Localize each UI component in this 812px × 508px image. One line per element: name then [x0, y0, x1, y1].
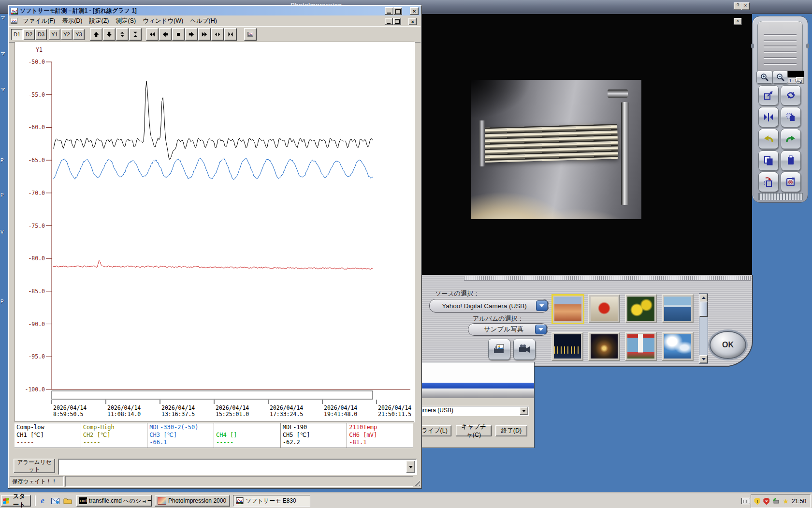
scroll-down-icon[interactable] [699, 355, 708, 363]
toolbar-d1-button[interactable]: D1 [11, 29, 23, 40]
compress-vertical-button[interactable] [129, 28, 142, 41]
actual-size-button[interactable] [796, 77, 804, 84]
fast-forward-button[interactable] [198, 28, 211, 41]
desktop-icon-label[interactable]: マ [0, 50, 5, 57]
zoom-out-button[interactable] [772, 71, 788, 84]
camera-acquire-button[interactable] [513, 339, 536, 360]
clean-delete-button[interactable] [758, 172, 779, 192]
close-icon[interactable]: × [741, 2, 750, 10]
scroll-down-button[interactable] [103, 28, 116, 41]
desktop-icon-label[interactable]: マ [0, 86, 5, 93]
desktop-icon-label[interactable]: V [0, 229, 4, 235]
alarm-message-dropdown[interactable] [58, 459, 417, 475]
time-range-box [52, 391, 373, 399]
help-button[interactable]: ? [734, 2, 742, 10]
zoom-in-button[interactable] [756, 71, 773, 84]
thumbnail-rock-spires[interactable] [551, 294, 584, 324]
undo-button[interactable] [758, 129, 779, 149]
desktop-icon-label[interactable]: P [0, 299, 4, 304]
folder-icon[interactable] [63, 496, 72, 506]
capture-button[interactable]: キャプチャ(C) [456, 425, 492, 436]
source-select-label: ソースの選択： [435, 289, 479, 298]
rotate-button[interactable] [781, 85, 801, 105]
fast-backward-button[interactable] [146, 28, 159, 41]
menu-measure[interactable]: 測定(S) [112, 16, 139, 26]
paste-button[interactable] [781, 150, 801, 171]
usb-eject-icon[interactable] [772, 497, 780, 506]
maximize-icon[interactable] [393, 7, 402, 15]
album-select-dropdown[interactable]: サンプル写真 [468, 323, 548, 336]
expand-vertical-button[interactable] [116, 28, 129, 41]
mail-icon[interactable] [50, 496, 60, 506]
chevron-down-icon[interactable] [520, 407, 528, 415]
scroll-up-icon[interactable] [699, 294, 708, 302]
toolbox-handle[interactable] [758, 193, 803, 200]
chevron-down-icon[interactable] [535, 325, 547, 334]
alarm-reset-button[interactable]: アラームリセット [14, 459, 55, 473]
menu-help[interactable]: ヘルプ(H) [187, 16, 220, 26]
toolbar-y3-button[interactable]: Y3 [73, 29, 85, 40]
start-button[interactable]: スタート [1, 495, 31, 507]
desktop-icon-label[interactable]: P [0, 158, 4, 163]
copy-icon [763, 155, 774, 166]
compress-horizontal-button[interactable] [224, 28, 237, 41]
menu-window[interactable]: ウィンドウ(W) [139, 16, 187, 26]
chevron-down-icon[interactable] [536, 300, 548, 311]
step-forward-button[interactable] [185, 28, 198, 41]
toolbar-y1-button[interactable]: Y1 [49, 29, 60, 40]
crop-move-button[interactable] [781, 107, 801, 127]
stop-button[interactable] [172, 28, 185, 41]
scanner-acquire-button[interactable] [488, 339, 510, 360]
scroll-up-button[interactable] [90, 28, 102, 41]
fit-resize-button[interactable] [758, 85, 779, 105]
thumbnail-yellow-flowers[interactable] [625, 294, 657, 323]
copy-button[interactable] [758, 150, 779, 171]
menu-settings[interactable]: 設定(Z) [86, 16, 113, 26]
thumbnail-city-night[interactable] [551, 332, 583, 361]
child-restore-icon[interactable] [393, 18, 401, 25]
ok-button[interactable]: OK [710, 331, 746, 359]
menu-file[interactable]: ファイル(F) [19, 16, 58, 26]
toolbar-y2-button[interactable]: Y2 [61, 29, 72, 40]
delete-region-button[interactable] [781, 172, 801, 192]
task-softthermo[interactable]: ソフトサーモ E830 [233, 495, 310, 507]
minimize-icon[interactable] [385, 7, 393, 15]
thumbnail-night-fireworks[interactable] [588, 332, 620, 361]
thumbnail-image [627, 334, 654, 359]
child-minimize-icon[interactable] [385, 18, 393, 25]
window-titlebar[interactable]: ソフトサーモ計測－計測1 - [折れ線グラフ 1] × [9, 6, 420, 15]
internet-explorer-icon[interactable]: e [38, 496, 47, 506]
keyboard-icon[interactable] [741, 498, 750, 504]
chevron-down-icon[interactable] [406, 461, 415, 473]
child-window-icon [11, 18, 17, 24]
thumbnail-lighthouse[interactable] [625, 332, 657, 361]
expand-horizontal-button[interactable] [211, 28, 224, 41]
scrollbar-thumb[interactable] [699, 301, 708, 317]
shield-warning-icon[interactable]: ! [754, 498, 760, 505]
live-button[interactable]: ライブ(L) [418, 425, 451, 436]
toolbar-d2-button[interactable]: D2 [23, 29, 35, 40]
shield-error-icon[interactable]: × [763, 498, 769, 505]
thumbnail-harbor-boats[interactable] [662, 294, 694, 323]
source-select-dropdown[interactable]: Yahoo! Digital Camera (USB) [429, 299, 549, 313]
exit-button[interactable]: 終了(D) [495, 425, 527, 436]
close-icon[interactable]: × [410, 7, 419, 15]
preview-close-icon[interactable]: × [734, 18, 742, 25]
step-backward-button[interactable] [159, 28, 172, 41]
star-icon[interactable]: ★ [783, 498, 789, 505]
menu-view[interactable]: 表示(D) [58, 16, 86, 26]
task-transfile[interactable]: cmd transfile.cmd へのショート... [76, 495, 152, 507]
thumbnail-ocean-sky[interactable] [662, 332, 694, 361]
graph-settings-button[interactable] [244, 28, 257, 41]
flip-horizontal-button[interactable] [758, 107, 779, 127]
task-photoimpression[interactable]: PhotoImpression 2000 [155, 495, 230, 507]
desktop-icon-label[interactable]: マ [0, 15, 5, 21]
toolbar-d3-button[interactable]: D3 [35, 29, 47, 40]
thumbnail-red-bird[interactable] [588, 294, 620, 323]
redo-button[interactable] [781, 129, 801, 149]
resize-grip[interactable] [414, 479, 420, 486]
thumbnail-scrollbar[interactable] [699, 293, 708, 364]
child-close-icon[interactable]: × [408, 18, 417, 25]
desktop-icon-label[interactable]: P [0, 193, 4, 198]
camera-source-dropdown[interactable]: amera (USB) [418, 406, 529, 416]
